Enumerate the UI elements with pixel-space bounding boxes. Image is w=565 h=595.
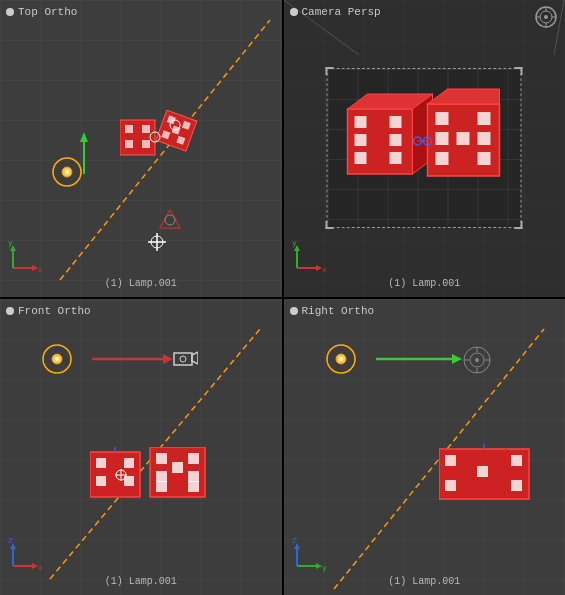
svg-rect-85 bbox=[188, 453, 199, 464]
bottom-label-right: (1) Lamp.001 bbox=[388, 576, 460, 587]
svg-text:Z: Z bbox=[8, 538, 13, 545]
svg-marker-110 bbox=[452, 354, 462, 364]
svg-marker-76 bbox=[192, 352, 198, 364]
small-object-top bbox=[158, 208, 183, 233]
viewport-camera-label: Camera Persp bbox=[290, 6, 381, 18]
svg-point-113 bbox=[475, 358, 479, 362]
dice-front: Z Z bbox=[90, 447, 220, 507]
svg-rect-84 bbox=[156, 453, 167, 464]
dice-top bbox=[120, 110, 200, 175]
svg-text:y: y bbox=[8, 240, 13, 247]
viewport-right-label: Right Ortho bbox=[290, 305, 375, 317]
svg-text:Z: Z bbox=[292, 538, 297, 545]
svg-point-3 bbox=[65, 170, 69, 174]
svg-rect-44 bbox=[390, 134, 402, 146]
svg-text:x: x bbox=[38, 265, 43, 274]
axes-right: Z y bbox=[292, 538, 334, 573]
viewport-right-ortho[interactable]: Right Ortho bbox=[284, 299, 566, 596]
camera-obj-right bbox=[462, 345, 492, 375]
axes-camera: x y bbox=[292, 240, 327, 275]
svg-rect-123 bbox=[477, 466, 488, 477]
viewport-dot-camera bbox=[290, 8, 298, 16]
viewport-top-ortho[interactable]: Top Ortho bbox=[0, 0, 282, 297]
viewport-dot bbox=[6, 8, 14, 16]
svg-text:x: x bbox=[322, 265, 327, 274]
svg-marker-6 bbox=[80, 132, 88, 142]
bottom-label-camera: (1) Lamp.001 bbox=[388, 278, 460, 289]
camera-obj-front bbox=[170, 345, 198, 373]
svg-point-107 bbox=[339, 357, 343, 361]
svg-rect-89 bbox=[156, 481, 167, 492]
svg-rect-51 bbox=[478, 112, 491, 125]
viewport-grid: Top Ortho bbox=[0, 0, 565, 595]
svg-rect-88 bbox=[188, 471, 199, 482]
svg-rect-50 bbox=[436, 112, 449, 125]
viewport-top-label: Top Ortho bbox=[6, 6, 77, 18]
svg-rect-87 bbox=[172, 462, 183, 473]
svg-rect-55 bbox=[436, 152, 449, 165]
svg-rect-10 bbox=[125, 140, 133, 148]
svg-rect-43 bbox=[355, 134, 367, 146]
bottom-label-top: (1) Lamp.001 bbox=[105, 278, 177, 289]
svg-rect-41 bbox=[355, 116, 367, 128]
svg-rect-122 bbox=[511, 480, 522, 491]
camera-frame bbox=[327, 68, 522, 228]
viewport-dot-right bbox=[290, 307, 298, 315]
viewport-front-label: Front Ortho bbox=[6, 305, 91, 317]
svg-rect-53 bbox=[457, 132, 470, 145]
svg-point-21 bbox=[165, 215, 175, 225]
svg-rect-46 bbox=[390, 152, 402, 164]
svg-rect-56 bbox=[478, 152, 491, 165]
svg-text:y: y bbox=[322, 563, 327, 572]
svg-rect-120 bbox=[511, 455, 522, 466]
lamp-right bbox=[324, 342, 359, 377]
lamp-top bbox=[50, 155, 85, 190]
svg-point-71 bbox=[55, 357, 59, 361]
dice-camera bbox=[343, 84, 508, 209]
svg-rect-8 bbox=[125, 125, 133, 133]
crosshair-top bbox=[148, 233, 166, 251]
svg-rect-90 bbox=[188, 481, 199, 492]
svg-rect-81 bbox=[96, 476, 106, 486]
axes-top: x y bbox=[8, 240, 43, 275]
svg-rect-80 bbox=[124, 458, 134, 468]
svg-rect-42 bbox=[390, 116, 402, 128]
svg-rect-119 bbox=[445, 455, 456, 466]
svg-rect-75 bbox=[174, 353, 192, 365]
svg-point-33 bbox=[544, 15, 548, 19]
svg-rect-45 bbox=[355, 152, 367, 164]
viewport-dot-front bbox=[6, 307, 14, 315]
viewport-camera-persp[interactable]: Camera Persp bbox=[284, 0, 566, 297]
svg-rect-54 bbox=[478, 132, 491, 145]
dice-right: Z bbox=[439, 444, 534, 509]
bottom-label-front: (1) Lamp.001 bbox=[105, 576, 177, 587]
svg-point-77 bbox=[180, 356, 186, 362]
svg-rect-9 bbox=[142, 125, 150, 133]
svg-rect-11 bbox=[142, 140, 150, 148]
svg-rect-86 bbox=[156, 471, 167, 482]
svg-marker-57 bbox=[428, 89, 500, 104]
camera-icon bbox=[535, 6, 557, 28]
svg-rect-79 bbox=[96, 458, 106, 468]
svg-rect-52 bbox=[436, 132, 449, 145]
axes-front: Z x bbox=[8, 538, 50, 573]
viewport-front-ortho[interactable]: Front Ortho bbox=[0, 299, 282, 596]
svg-text:y: y bbox=[292, 240, 297, 247]
lamp-front bbox=[40, 342, 75, 377]
svg-rect-121 bbox=[445, 480, 456, 491]
svg-text:x: x bbox=[38, 563, 43, 572]
